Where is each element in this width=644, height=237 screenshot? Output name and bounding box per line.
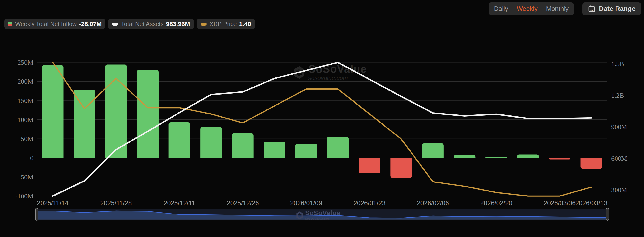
x-axis-tick: 2026/03/06 <box>544 200 576 207</box>
combo-chart[interactable]: 250M200M150M100M50M0-50M-100M1.5B1.2B900… <box>0 0 644 237</box>
left-axis-tick: 150M <box>18 97 34 104</box>
inflow-bar[interactable] <box>422 143 444 158</box>
legend-item-price[interactable]: XRP Price1.40 <box>197 19 255 29</box>
inflow-bar[interactable] <box>327 137 348 158</box>
inflow-bar[interactable] <box>137 70 158 158</box>
legend-value: 983.96M <box>166 20 190 28</box>
right-axis-tick: 600M <box>611 155 627 162</box>
net-assets-line <box>53 62 591 196</box>
x-axis-tick: 2026/01/09 <box>290 200 322 207</box>
price-swatch-icon <box>200 22 207 25</box>
inflow-bar[interactable] <box>200 127 222 158</box>
left-axis-tick: -100M <box>16 193 34 200</box>
x-axis-tick: 2025/12/11 <box>164 200 195 207</box>
legend: Weekly Total Net Inflow-28.07MTotal Net … <box>4 19 255 29</box>
tab-daily[interactable]: Daily <box>494 2 508 15</box>
right-axis-tick: 1.2B <box>611 92 624 99</box>
navigator-handle-right[interactable] <box>606 208 609 221</box>
assets-swatch-icon <box>112 22 118 25</box>
inflow-bar[interactable] <box>454 155 475 158</box>
svg-text:12: 12 <box>590 8 594 12</box>
x-axis-tick: 2026/02/20 <box>480 200 512 207</box>
date-range-label: Date Range <box>599 5 636 12</box>
tab-monthly[interactable]: Monthly <box>546 2 568 15</box>
right-axis-tick: 1.5B <box>611 60 624 67</box>
xrp-etf-flow-dashboard: DailyWeeklyMonthly 12 Date Range Weekly … <box>0 0 644 237</box>
inflow-bar[interactable] <box>296 144 317 158</box>
inflow-bar[interactable] <box>169 122 190 158</box>
calendar-icon: 12 <box>588 5 596 12</box>
inflow-bar[interactable] <box>42 65 64 158</box>
date-range-button[interactable]: 12 Date Range <box>582 2 641 15</box>
left-axis-tick: 0 <box>30 154 34 162</box>
left-axis-tick: 100M <box>18 116 34 123</box>
x-axis-tick: 2025/11/14 <box>37 200 68 207</box>
legend-label: Total Net Assets <box>121 21 164 27</box>
right-axis-tick: 900M <box>611 123 627 131</box>
left-axis-tick: -50M <box>19 174 34 181</box>
inflow-bar[interactable] <box>581 158 602 169</box>
legend-label: XRP Price <box>210 21 237 27</box>
xrp-price-line <box>53 62 591 196</box>
left-axis-tick: 50M <box>21 135 34 142</box>
right-axis-tick: 300M <box>611 186 627 194</box>
x-axis-tick: 2026/03/13 <box>575 200 607 207</box>
inflow-bar[interactable] <box>486 157 507 158</box>
x-axis-tick: 2026/01/23 <box>354 200 386 207</box>
navigator-handle-left[interactable] <box>35 208 38 221</box>
legend-value: 1.40 <box>239 20 251 28</box>
inflow-bar[interactable] <box>359 158 380 173</box>
inflow-bar[interactable] <box>549 158 570 159</box>
inflow-bar[interactable] <box>264 142 285 158</box>
legend-item-assets[interactable]: Total Net Assets983.96M <box>108 19 194 29</box>
left-axis-tick: 200M <box>18 78 34 85</box>
inflow-swatch-icon <box>8 22 12 26</box>
tab-weekly[interactable]: Weekly <box>516 2 538 15</box>
legend-label: Weekly Total Net Inflow <box>15 21 77 27</box>
inflow-bar[interactable] <box>390 158 412 178</box>
interval-tab-group: DailyWeeklyMonthly <box>488 2 574 15</box>
x-axis-tick: 2026/02/06 <box>417 200 449 207</box>
legend-item-inflow[interactable]: Weekly Total Net Inflow-28.07M <box>4 19 105 29</box>
inflow-bar[interactable] <box>74 90 95 158</box>
left-axis-tick: 250M <box>18 59 34 66</box>
legend-value: -28.07M <box>79 20 102 28</box>
inflow-bar[interactable] <box>232 133 254 158</box>
x-axis-tick: 2025/12/26 <box>227 200 259 207</box>
inflow-bar[interactable] <box>517 154 539 158</box>
x-axis-tick: 2025/11/28 <box>100 200 132 207</box>
